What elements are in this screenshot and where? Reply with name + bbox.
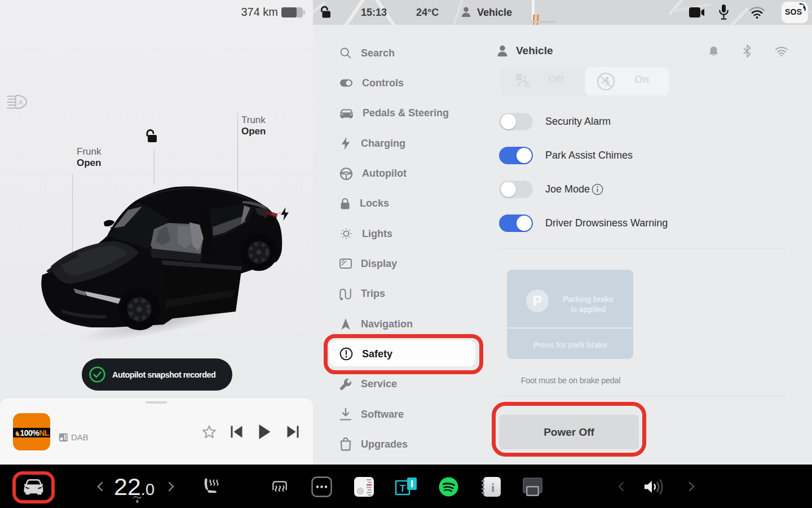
svg-text:i: i bbox=[491, 480, 495, 494]
svg-text:A: A bbox=[18, 99, 23, 107]
svg-text:2: 2 bbox=[527, 82, 530, 89]
svg-text:T: T bbox=[400, 483, 406, 494]
